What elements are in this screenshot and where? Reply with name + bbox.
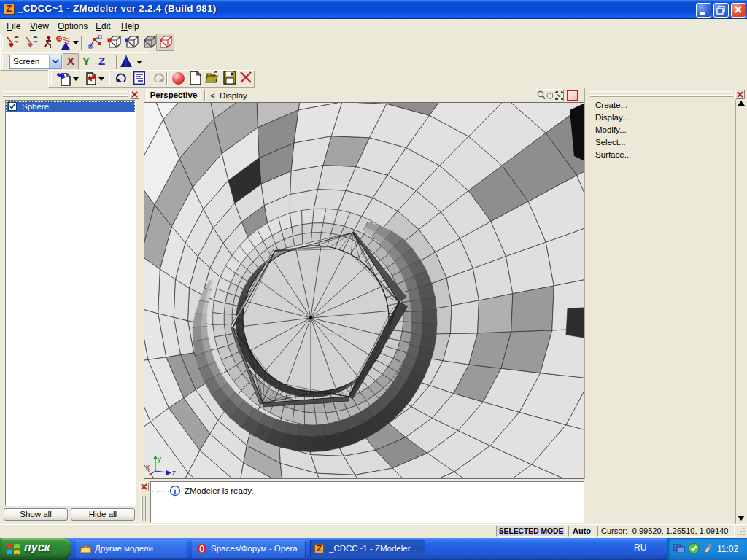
svg-text:x: x bbox=[146, 463, 150, 471]
svg-text:i: i bbox=[174, 487, 177, 495]
svg-text:z: z bbox=[172, 469, 176, 477]
svg-text:y: y bbox=[158, 455, 161, 463]
